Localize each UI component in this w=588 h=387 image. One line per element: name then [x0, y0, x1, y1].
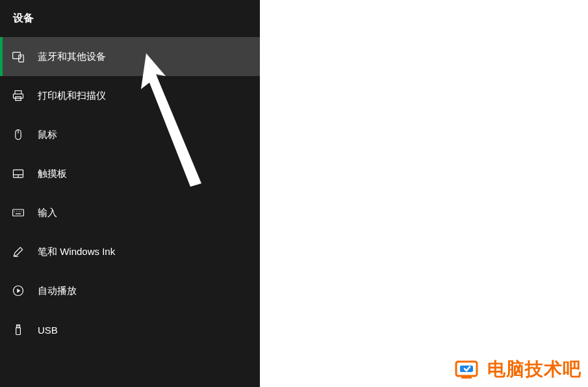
- content-area: [260, 0, 588, 387]
- sidebar-item-label: 笔和 Windows Ink: [38, 246, 115, 258]
- sidebar-item-touchpad[interactable]: 触摸板: [0, 154, 260, 193]
- sidebar-item-typing[interactable]: 输入: [0, 193, 260, 232]
- svg-rect-24: [461, 376, 472, 379]
- autoplay-icon: [12, 284, 25, 297]
- sidebar-item-label: 鼠标: [38, 129, 57, 141]
- sidebar-item-label: 蓝牙和其他设备: [38, 51, 106, 63]
- sidebar-item-bluetooth[interactable]: 蓝牙和其他设备: [0, 37, 260, 76]
- sidebar-item-mouse[interactable]: 鼠标: [0, 115, 260, 154]
- watermark-logo-icon: [455, 358, 483, 381]
- printer-icon: [12, 89, 25, 102]
- sidebar-items: 蓝牙和其他设备 打印机和扫描仪 鼠标: [0, 37, 260, 349]
- svg-rect-4: [14, 94, 23, 99]
- sidebar-item-label: 自动播放: [38, 285, 77, 297]
- watermark-text: 电脑技术吧: [487, 357, 582, 382]
- sidebar-item-label: USB: [38, 325, 58, 336]
- sidebar-item-usb[interactable]: USB: [0, 310, 260, 349]
- sidebar-item-label: 输入: [38, 207, 57, 219]
- touchpad-icon: [12, 167, 25, 180]
- mouse-icon: [12, 128, 25, 141]
- svg-rect-0: [13, 52, 21, 59]
- svg-rect-20: [16, 328, 21, 335]
- svg-rect-11: [13, 209, 24, 216]
- sidebar-item-label: 打印机和扫描仪: [38, 90, 106, 102]
- sidebar-item-label: 触摸板: [38, 168, 67, 180]
- sidebar-item-printers[interactable]: 打印机和扫描仪: [0, 76, 260, 115]
- devices-icon: [12, 50, 25, 63]
- svg-rect-3: [15, 91, 21, 94]
- svg-marker-18: [17, 289, 20, 293]
- settings-sidebar: 设备 蓝牙和其他设备 打印机和扫描仪: [0, 0, 260, 387]
- watermark: 电脑技术吧: [455, 357, 582, 382]
- usb-icon: [12, 323, 25, 336]
- sidebar-item-autoplay[interactable]: 自动播放: [0, 271, 260, 310]
- sidebar-header: 设备: [0, 0, 260, 37]
- svg-rect-19: [17, 325, 20, 328]
- keyboard-icon: [12, 206, 25, 219]
- pen-icon: [12, 245, 25, 258]
- sidebar-item-pen[interactable]: 笔和 Windows Ink: [0, 232, 260, 271]
